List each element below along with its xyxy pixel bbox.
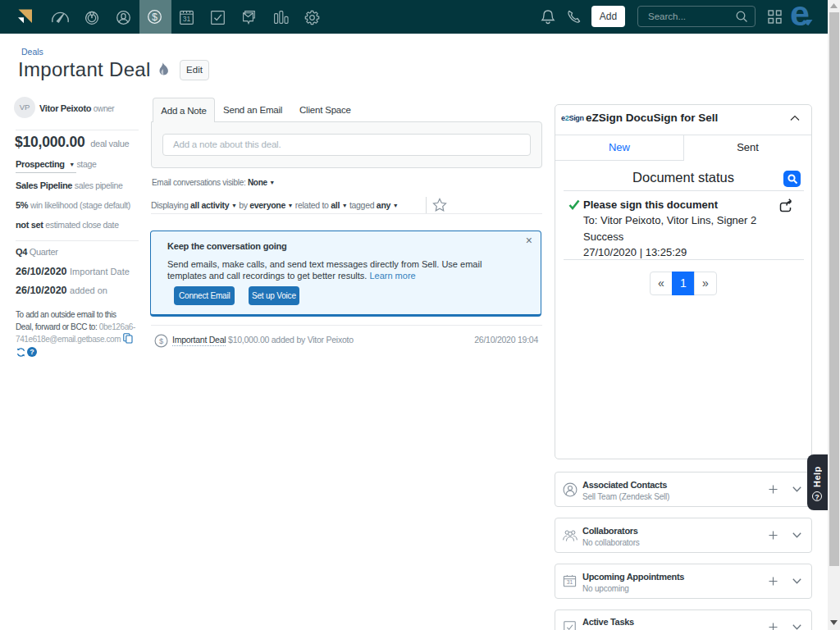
svg-text:31: 31 [567, 579, 573, 585]
